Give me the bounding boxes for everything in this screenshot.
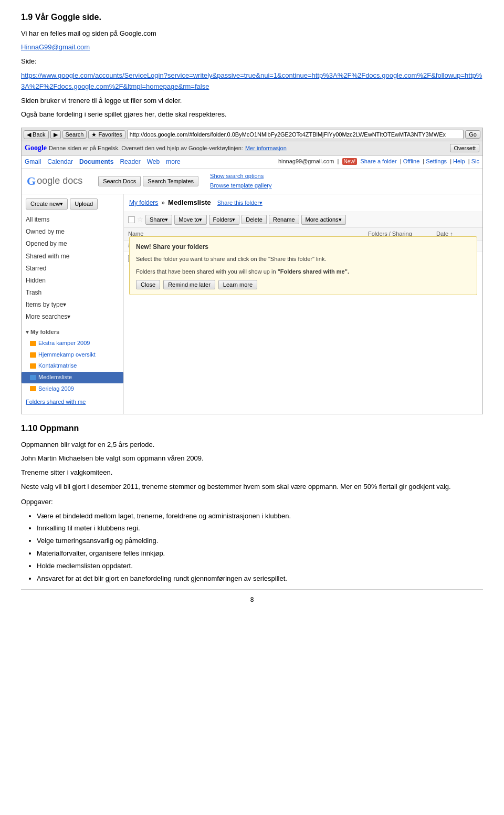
sidebar-item-hidden[interactable]: Hidden bbox=[22, 275, 123, 287]
delete-button[interactable]: Delete bbox=[242, 215, 267, 224]
google-bar-logo: Google bbox=[25, 142, 47, 154]
go-button[interactable]: Go bbox=[465, 130, 480, 139]
signout-link[interactable]: Sic bbox=[471, 158, 479, 164]
popup-title: New! Share your folders bbox=[136, 242, 470, 252]
nav-documents[interactable]: Documents bbox=[79, 157, 113, 167]
google-top-nav: Gmail Calendar Documents Reader Web more… bbox=[22, 156, 482, 169]
share-this-folder-link[interactable]: Share this folder▾ bbox=[217, 198, 262, 208]
oppgaver-list: Være et bindeledd mellom laget, trenerne… bbox=[37, 511, 483, 584]
breadcrumb-sep: » bbox=[161, 198, 165, 208]
forward-button[interactable]: ▶ bbox=[50, 130, 61, 139]
side-label: Side: bbox=[21, 56, 483, 67]
search-docs-button[interactable]: Search Docs bbox=[98, 176, 141, 186]
folder-icon-orange-2 bbox=[30, 352, 36, 358]
gdocs-toolbar: ☆ Share▾ Move to▾ Folders▾ Delete bbox=[124, 212, 482, 228]
sidebar-item-trash[interactable]: Trash bbox=[22, 287, 123, 299]
favorites-button[interactable]: ★ Favorites bbox=[88, 130, 125, 139]
nav-calendar[interactable]: Calendar bbox=[47, 157, 73, 167]
offline-link[interactable]: Offline bbox=[403, 158, 420, 164]
close-popup-button[interactable]: Close bbox=[136, 280, 160, 289]
browse-gallery-link[interactable]: Browse template gallery bbox=[210, 181, 271, 191]
list-item: Være et bindeledd mellom laget, trenerne… bbox=[37, 511, 483, 522]
more-info-link[interactable]: Mer informasjon bbox=[245, 144, 287, 153]
search-browser-button[interactable]: Search bbox=[62, 130, 87, 139]
nav-more[interactable]: more bbox=[166, 157, 180, 167]
share-button[interactable]: Share▾ bbox=[145, 215, 172, 225]
nav-gmail[interactable]: Gmail bbox=[25, 157, 41, 167]
list-item: Velge turneringsansvarlig og påmelding. bbox=[37, 536, 483, 547]
sidebar-item-starred[interactable]: Starred bbox=[22, 263, 123, 275]
new-badge: New! bbox=[342, 158, 358, 165]
user-email: hinnag99@gmail.com bbox=[278, 158, 334, 164]
gdocs-logo: G oogle docs bbox=[27, 172, 82, 190]
section2-p3: Trenerne sitter i valgkomiteen. bbox=[21, 467, 483, 478]
gdocs-header: G oogle docs Search Docs Search Template… bbox=[22, 169, 482, 194]
gdocs-logo-g: G bbox=[27, 172, 36, 190]
back-button[interactable]: ◀ Back bbox=[24, 130, 49, 139]
google-translate-bar: Google Denne siden er på Engelsk. Overse… bbox=[22, 141, 482, 155]
breadcrumb-parent[interactable]: My folders bbox=[129, 198, 158, 208]
email-link[interactable]: HinnaG99@gmail.com bbox=[21, 43, 90, 51]
folder-icon-orange-3 bbox=[30, 363, 36, 369]
folder-serielag[interactable]: Serielag 2009 bbox=[22, 383, 123, 395]
more-actions-button[interactable]: More actions▾ bbox=[301, 215, 346, 225]
nav-reader[interactable]: Reader bbox=[120, 157, 140, 167]
google-url-link[interactable]: https://www.google.com/accounts/ServiceL… bbox=[21, 71, 482, 90]
sidebar-folders-section: ▾ My folders Ekstra kamper 2009 Hjemmeka… bbox=[22, 326, 123, 395]
folder-header: My folders » Medlemsliste Share this fol… bbox=[124, 194, 482, 212]
show-search-options-link[interactable]: Show search options bbox=[210, 172, 271, 181]
address-bar[interactable] bbox=[127, 130, 464, 139]
page-divider bbox=[21, 589, 483, 590]
popup-text1: Select the folder you want to share and … bbox=[136, 255, 470, 263]
folder-ekstra-kamper[interactable]: Ekstra kamper 2009 bbox=[22, 338, 123, 349]
gdocs-content: My folders » Medlemsliste Share this fol… bbox=[124, 194, 482, 414]
my-folders-header: ▾ My folders bbox=[22, 326, 123, 338]
folder-icon-orange bbox=[30, 341, 36, 346]
gdocs-search-area: Search Docs Search Templates Show search… bbox=[98, 172, 271, 191]
share-folders-popup: New! Share your folders Select the folde… bbox=[129, 236, 477, 295]
desc1: Siden bruker vi trenere til å legge ut f… bbox=[21, 96, 483, 107]
folders-button[interactable]: Folders▾ bbox=[209, 215, 240, 225]
upload-button[interactable]: Upload bbox=[70, 198, 98, 210]
search-templates-button[interactable]: Search Templates bbox=[143, 176, 198, 186]
sidebar-item-more-searches[interactable]: More searches▾ bbox=[22, 311, 123, 323]
sidebar-create-row: Create new▾ Upload bbox=[22, 198, 123, 214]
create-new-button[interactable]: Create new▾ bbox=[26, 198, 68, 210]
list-item: Ansvaret for at det blir gjort en banefo… bbox=[37, 573, 483, 584]
google-bar-notice: Denne siden er på Engelsk. Oversett den … bbox=[49, 144, 243, 153]
translate-button[interactable]: Oversett bbox=[450, 144, 479, 152]
folder-kontaktmatrise[interactable]: Kontaktmatrise bbox=[22, 360, 123, 372]
folder-medlemsliste[interactable]: Medlemsliste bbox=[22, 372, 123, 383]
folders-shared-label: Folders shared with me bbox=[22, 394, 123, 410]
oppgaver-label: Oppgaver: bbox=[21, 497, 483, 508]
remind-later-button[interactable]: Remind me later bbox=[163, 280, 215, 289]
sidebar-item-opened-by-me[interactable]: Opened by me bbox=[22, 238, 123, 250]
browser-toolbar: ◀ Back ▶ Search ★ Favorites Go bbox=[22, 128, 482, 141]
help-link[interactable]: Help bbox=[453, 158, 465, 164]
my-folders-arrow: ▾ bbox=[26, 329, 29, 335]
section-heading-1-10: 1.10 Oppmann bbox=[21, 422, 483, 435]
select-all-checkbox[interactable] bbox=[128, 216, 135, 223]
sidebar-item-items-by-type[interactable]: Items by type▾ bbox=[22, 299, 123, 311]
toolbar-star[interactable]: ☆ bbox=[137, 214, 143, 225]
sidebar-item-owned-by-me[interactable]: Owned by me bbox=[22, 226, 123, 238]
list-item: Innkalling til møter i klubbens regi. bbox=[37, 523, 483, 534]
sidebar-item-shared-with-me[interactable]: Shared with me bbox=[22, 250, 123, 263]
learn-more-button[interactable]: Learn more bbox=[218, 280, 257, 289]
folder-hjemmekamp[interactable]: Hjemmekamp oversikt bbox=[22, 349, 123, 361]
page-number: 8 bbox=[21, 595, 483, 605]
folder-icon-blue bbox=[30, 375, 36, 380]
gdocs-logo-text: oogle docs bbox=[37, 173, 82, 189]
url-line: https://www.google.com/accounts/ServiceL… bbox=[21, 70, 483, 92]
sidebar-item-all-items[interactable]: All items bbox=[22, 214, 123, 226]
gdocs-sidebar: Create new▾ Upload All items Owned by me… bbox=[22, 194, 124, 414]
rename-button[interactable]: Rename bbox=[269, 215, 299, 224]
section2-p4: Neste valg vil bli gjort i desember 2011… bbox=[21, 482, 483, 493]
popup-text2: Folders that have been shared with you w… bbox=[136, 268, 470, 276]
nav-web[interactable]: Web bbox=[147, 157, 160, 167]
move-to-button[interactable]: Move to▾ bbox=[174, 215, 206, 225]
section2-p2: John Martin Michaelsen ble valgt som opp… bbox=[21, 453, 483, 464]
intro-para: Vi har en felles mail og siden på Google… bbox=[21, 28, 483, 39]
settings-link[interactable]: Settings bbox=[426, 158, 447, 164]
share-folder-link[interactable]: Share a folder bbox=[361, 158, 397, 164]
